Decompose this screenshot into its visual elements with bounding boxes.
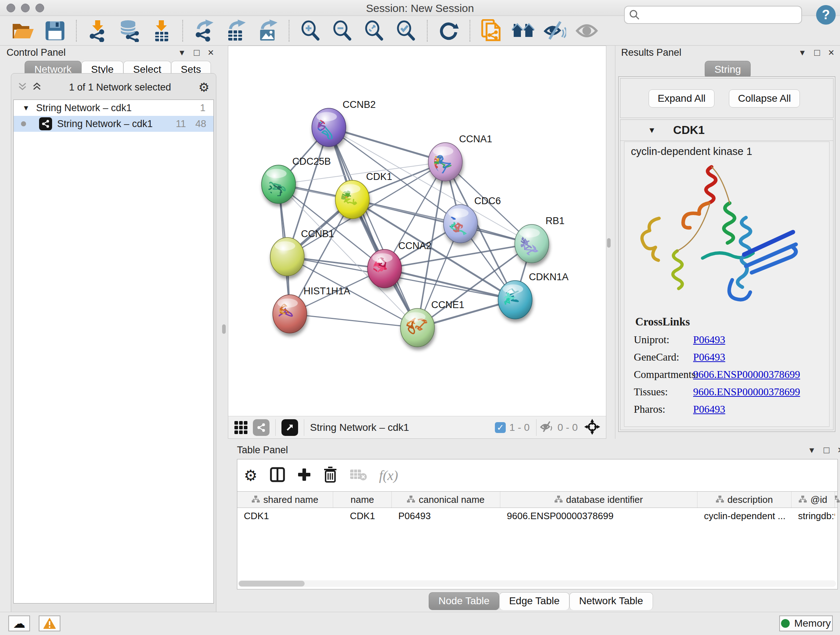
table-hscrollbar[interactable] <box>238 580 836 587</box>
results-panel-float-icon[interactable]: □ <box>814 47 820 58</box>
table-cell[interactable]: stringdb:9... <box>791 508 835 524</box>
open-in-new-window-icon[interactable] <box>281 419 298 436</box>
zoom-selected-button[interactable] <box>394 19 418 43</box>
network-node-label-CDKN1A: CDKN1A <box>529 272 569 282</box>
help-button[interactable]: ? <box>816 5 836 25</box>
center-view-icon[interactable] <box>584 419 600 436</box>
import-network-from-database-button[interactable] <box>118 19 141 43</box>
crosslink-link[interactable]: 9606.ENSP00000378699 <box>693 369 800 380</box>
network-node-RB1[interactable]: RB1 <box>515 215 564 263</box>
selected-checkbox-icon[interactable]: ✓ <box>495 422 506 433</box>
table-panel-collapse-icon[interactable]: ▼ <box>808 446 816 455</box>
go-home-icon[interactable] <box>511 19 535 43</box>
network-node-HIST1H1A[interactable]: HIST1H1A <box>265 286 350 333</box>
network-node-CCNB1[interactable]: CCNB1 <box>270 228 334 276</box>
crosslinks-title: CrossLinks <box>635 315 829 328</box>
tab-network-table[interactable]: Network Table <box>569 592 653 610</box>
control-panel-float-icon[interactable]: □ <box>194 47 200 58</box>
search-input[interactable] <box>640 10 792 21</box>
control-panel-close-icon[interactable]: ✕ <box>208 48 214 57</box>
memory-button[interactable]: Memory <box>779 616 833 631</box>
network-share-icon[interactable] <box>253 419 270 436</box>
network-collection-label: String Network – cdk1 <box>36 103 132 114</box>
tab-string[interactable]: String <box>705 61 751 79</box>
network-row[interactable]: String Network – cdk1 11 48 <box>14 116 213 132</box>
network-node-CDK1[interactable]: CDK1 <box>330 171 392 219</box>
zoom-out-button[interactable] <box>330 19 354 43</box>
table-row[interactable]: CDK1CDK1P064939606.ENSP00000378699cyclin… <box>237 508 837 524</box>
results-panel-title: Results Panel <box>621 47 682 58</box>
right-splitter-handle[interactable] <box>607 238 611 248</box>
create-column-icon[interactable] <box>297 468 311 483</box>
hide-selected-button[interactable] <box>543 19 567 43</box>
zoom-in-button[interactable] <box>298 19 322 43</box>
network-node-CDC25B[interactable]: CDC25B <box>259 156 331 203</box>
network-node-CDKN1A[interactable]: CDKN1A <box>498 272 569 319</box>
column-header-namespace[interactable]: namespace <box>835 492 840 508</box>
gene-section-header[interactable]: ▼ CDK1 <box>621 120 833 141</box>
table-cell[interactable]: stringdb <box>835 508 840 524</box>
delete-column-icon[interactable] <box>324 467 337 484</box>
column-header-description[interactable]: description <box>698 492 791 508</box>
network-collection-row[interactable]: ▼ String Network – cdk1 1 <box>14 100 213 116</box>
network-node-label-CCNB1: CCNB1 <box>301 228 334 239</box>
first-neighbors-button[interactable] <box>479 19 503 43</box>
gene-section-expander-icon[interactable]: ▼ <box>648 126 656 135</box>
results-panel-close-icon[interactable]: ✕ <box>828 48 835 57</box>
network-edge-CCNB2-CCNA1[interactable] <box>329 127 445 162</box>
expand-all-button[interactable]: Expand All <box>649 89 714 108</box>
tab-node-table[interactable]: Node Table <box>429 592 499 610</box>
column-header-canonical-name[interactable]: canonical name <box>392 492 500 508</box>
tree-expander-icon[interactable]: ▼ <box>22 104 30 112</box>
search-field[interactable] <box>624 6 802 24</box>
table-cell[interactable]: 9606.ENSP00000378699 <box>500 508 698 524</box>
import-network-from-file-button[interactable] <box>86 19 110 43</box>
column-header-database-identifier[interactable]: database identifier <box>500 492 698 508</box>
network-options-gear-icon[interactable]: ⚙ <box>199 80 210 95</box>
collapse-all-button[interactable]: Collapse All <box>729 89 800 108</box>
zoom-fit-button[interactable] <box>362 19 386 43</box>
table-cell[interactable]: cyclin-dependent ... <box>698 508 791 524</box>
export-network-button[interactable] <box>192 19 216 43</box>
table-cell[interactable]: CDK1 <box>333 508 392 524</box>
tab-edge-table[interactable]: Edge Table <box>499 592 569 610</box>
show-columns-icon[interactable] <box>270 467 285 484</box>
crosslink-link[interactable]: 9606.ENSP00000378699 <box>693 386 800 398</box>
birds-eye-view-icon[interactable] <box>233 419 249 436</box>
collapse-all-networks-icon[interactable] <box>32 82 42 93</box>
export-table-button[interactable] <box>224 19 248 43</box>
results-panel-collapse-icon[interactable]: ▼ <box>798 48 806 57</box>
column-header-shared-name[interactable]: shared name <box>237 492 333 508</box>
show-all-button[interactable] <box>575 19 599 43</box>
column-header-id[interactable]: @id <box>791 492 835 508</box>
table-panel-float-icon[interactable]: □ <box>824 445 829 456</box>
expand-all-networks-icon[interactable] <box>18 82 27 93</box>
table-cell[interactable]: P06493 <box>392 508 500 524</box>
table-options-gear-icon[interactable]: ⚙ <box>244 467 257 485</box>
import-table-from-file-button[interactable] <box>149 19 173 43</box>
network-edge-CCNE1-HIST1H1A[interactable] <box>290 314 417 328</box>
table-panel-close-icon[interactable]: ✕ <box>837 446 840 455</box>
crosslink-link[interactable]: P06493 <box>693 403 725 415</box>
table-hscroll-thumb[interactable] <box>239 581 305 586</box>
network-node-CCNE1[interactable]: CCNE1 <box>401 299 464 347</box>
cloud-button[interactable]: ☁ <box>8 616 30 631</box>
network-canvas[interactable]: CCNB2CCNA1CDC25BCDK1CDC6RB1CCNB1CCNA2CDK… <box>228 46 606 416</box>
crosslink-link[interactable]: P06493 <box>693 351 725 363</box>
table-cell[interactable]: CDK1 <box>237 508 333 524</box>
export-image-button[interactable] <box>256 19 279 43</box>
memory-status-dot <box>781 619 790 628</box>
network-edge-CCNB2-CCNE1[interactable] <box>329 127 417 328</box>
left-splitter-handle[interactable] <box>222 325 226 334</box>
save-session-button[interactable] <box>43 19 67 43</box>
network-node-CCNB2[interactable]: CCNB2 <box>308 99 376 147</box>
network-node-CCNA1[interactable]: CCNA1 <box>425 134 492 181</box>
column-header-name[interactable]: name <box>333 492 392 508</box>
column-header-label: description <box>728 494 773 505</box>
apply-layout-button[interactable] <box>437 19 461 43</box>
control-panel-collapse-icon[interactable]: ▼ <box>178 48 186 57</box>
network-node-CDC6[interactable]: CDC6 <box>415 195 501 243</box>
crosslink-link[interactable]: P06493 <box>693 334 725 346</box>
open-file-button[interactable] <box>11 19 35 43</box>
warnings-button[interactable] <box>39 616 60 631</box>
